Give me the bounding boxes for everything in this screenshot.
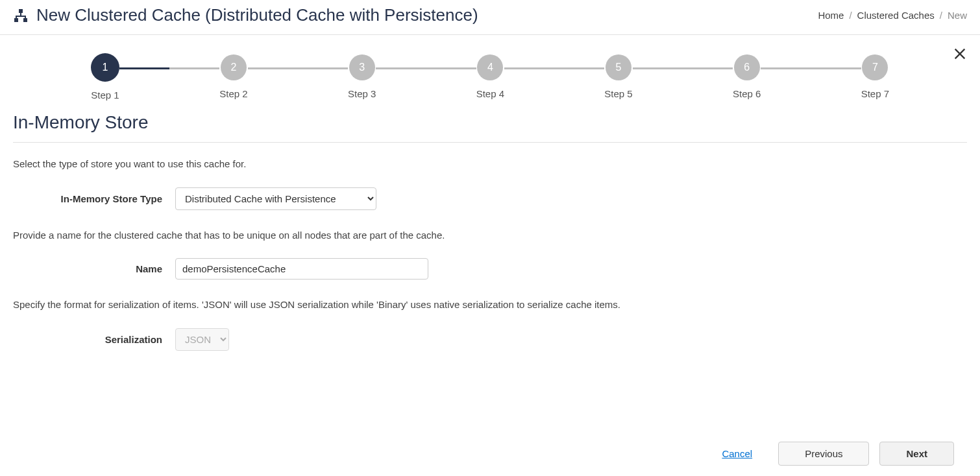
- hierarchy-icon: [13, 8, 29, 23]
- step-label: Step 7: [861, 88, 889, 99]
- step-label: Step 3: [348, 88, 376, 99]
- name-input[interactable]: [175, 258, 428, 280]
- step-5[interactable]: 5 Step 5: [604, 54, 632, 99]
- step-4[interactable]: 4 Step 4: [476, 54, 504, 99]
- step-circle: 5: [606, 54, 631, 80]
- breadcrumb-caches[interactable]: Clustered Caches: [857, 10, 935, 21]
- step-label: Step 5: [604, 88, 632, 99]
- breadcrumb-current: New: [948, 10, 967, 21]
- step-circle: 3: [349, 54, 375, 80]
- cancel-link[interactable]: Cancel: [722, 448, 752, 459]
- step-3[interactable]: 3 Step 3: [348, 54, 376, 99]
- step-circle: 1: [91, 53, 119, 82]
- step-connector: [248, 67, 348, 69]
- breadcrumb-separator: /: [940, 10, 942, 21]
- store-type-description: Select the type of store you want to use…: [13, 157, 967, 172]
- step-label: Step 2: [219, 88, 247, 99]
- serialization-row: Serialization JSON: [13, 328, 967, 351]
- wizard-stepper: 1 Step 1 2 Step 2 3 Step 3 4 Step 4 5 St…: [13, 42, 967, 107]
- previous-button[interactable]: Previous: [778, 442, 869, 466]
- serialization-description: Specify the format for serialization of …: [13, 298, 967, 313]
- serialization-label: Serialization: [13, 334, 175, 345]
- svg-rect-0: [19, 9, 23, 13]
- next-button[interactable]: Next: [879, 442, 954, 466]
- store-type-row: In-Memory Store Type Distributed Cache w…: [13, 187, 967, 210]
- step-connector: [504, 67, 604, 69]
- store-type-select[interactable]: Distributed Cache with Persistence: [175, 187, 376, 210]
- step-label: Step 6: [733, 88, 761, 99]
- step-label: Step 1: [91, 89, 119, 101]
- name-description: Provide a name for the clustered cache t…: [13, 228, 967, 243]
- step-2[interactable]: 2 Step 2: [219, 54, 247, 99]
- step-6[interactable]: 6 Step 6: [733, 54, 761, 99]
- name-label: Name: [13, 263, 175, 274]
- step-circle: 7: [862, 54, 888, 80]
- step-connector: [761, 67, 861, 69]
- page-header: New Clustered Cache (Distributed Cache w…: [0, 0, 980, 35]
- section-heading: In-Memory Store: [13, 107, 967, 143]
- page-title: New Clustered Cache (Distributed Cache w…: [36, 5, 478, 25]
- wizard-footer: Cancel Previous Next: [13, 429, 967, 477]
- header-left: New Clustered Cache (Distributed Cache w…: [13, 5, 478, 25]
- breadcrumb-home[interactable]: Home: [818, 10, 844, 21]
- step-circle: 2: [221, 54, 247, 80]
- store-type-label: In-Memory Store Type: [13, 193, 175, 204]
- name-row: Name: [13, 258, 967, 280]
- breadcrumb: Home / Clustered Caches / New: [818, 10, 967, 21]
- svg-rect-1: [14, 18, 18, 22]
- step-circle: 6: [734, 54, 760, 80]
- step-connector: [633, 67, 733, 69]
- step-connector: [376, 67, 476, 69]
- step-circle: 4: [477, 54, 503, 80]
- step-1[interactable]: 1 Step 1: [91, 54, 119, 101]
- svg-rect-2: [23, 18, 27, 22]
- content: 1 Step 1 2 Step 2 3 Step 3 4 Step 4 5 St…: [0, 35, 980, 476]
- step-7[interactable]: 7 Step 7: [861, 54, 889, 99]
- step-label: Step 4: [476, 88, 504, 99]
- step-connector: [119, 67, 219, 69]
- breadcrumb-separator: /: [849, 10, 851, 21]
- serialization-select[interactable]: JSON: [175, 328, 229, 351]
